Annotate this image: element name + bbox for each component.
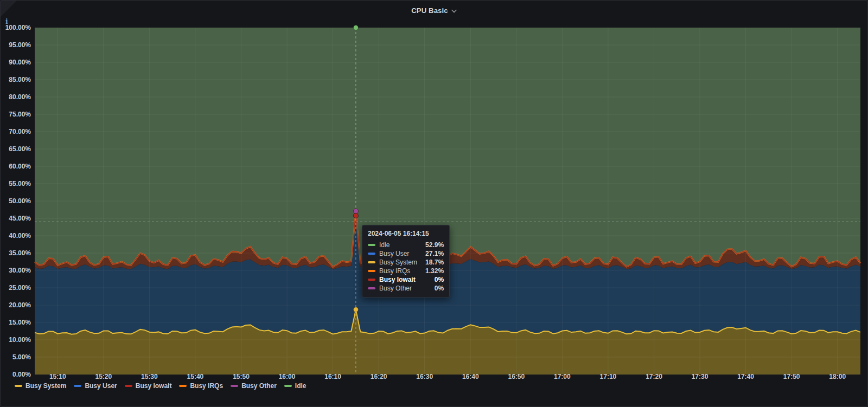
- y-tick-label: 55.00%: [1, 179, 31, 188]
- tooltip-series-name: Busy User: [379, 250, 422, 257]
- x-tick-label: 16:10: [316, 373, 350, 380]
- x-tick-label: 17:50: [774, 373, 809, 380]
- legend-label: Busy Iowait: [136, 382, 172, 390]
- y-tick-label: 65.00%: [1, 145, 31, 153]
- tooltip-series-value: 0%: [435, 276, 444, 283]
- x-tick-label: 17:20: [637, 373, 672, 380]
- y-tick-label: 5.00%: [1, 353, 31, 361]
- x-tick-label: 15:20: [86, 373, 121, 380]
- tooltip-series-name: Busy System: [379, 259, 422, 266]
- tooltip-timestamp: 2024-06-05 16:14:15: [368, 230, 444, 237]
- legend-label: Busy User: [85, 382, 117, 390]
- hover-point-busy-system: [353, 307, 358, 312]
- x-tick-label: 18:00: [820, 373, 855, 380]
- tooltip-row-idle: Idle52.9%: [368, 241, 444, 249]
- tooltip-row-busy-irqs: Busy IRQs1.32%: [368, 267, 444, 275]
- grafana-panel: i CPU Basic 100.00%95.00%90.00%85.00%80.…: [0, 0, 868, 407]
- legend-item-idle[interactable]: Idle: [284, 382, 307, 390]
- legend-label: Idle: [295, 382, 307, 390]
- y-tick-label: 30.00%: [1, 266, 31, 275]
- panel-title: CPU Basic: [411, 7, 448, 15]
- series-color-swatch-icon: [179, 385, 187, 387]
- tooltip-series-value: 52.9%: [425, 241, 444, 249]
- hover-point-idle: [353, 25, 358, 30]
- y-tick-label: 90.00%: [1, 58, 31, 67]
- legend-label: Busy System: [25, 382, 66, 390]
- y-tick-label: 95.00%: [1, 41, 31, 49]
- x-tick-label: 17:30: [682, 373, 717, 380]
- panel-header[interactable]: CPU Basic: [1, 1, 867, 20]
- tooltip-series-name: Busy Iowait: [379, 276, 431, 283]
- series-color-swatch-icon: [368, 270, 375, 272]
- series-color-swatch-icon: [74, 385, 81, 387]
- y-tick-label: 0.00%: [1, 370, 31, 379]
- legend-item-busy-irqs[interactable]: Busy IRQs: [179, 382, 223, 390]
- legend-item-busy-system[interactable]: Busy System: [15, 382, 66, 390]
- x-tick-label: 16:40: [453, 373, 488, 380]
- legend-label: Busy Other: [241, 382, 277, 390]
- series-color-swatch-icon: [125, 385, 132, 387]
- tooltip-series-name: Idle: [379, 241, 422, 249]
- series-color-swatch-icon: [368, 279, 375, 281]
- y-tick-label: 20.00%: [1, 301, 31, 309]
- x-tick-label: 15:30: [132, 373, 167, 380]
- x-tick-label: 15:40: [178, 373, 213, 380]
- y-tick-label: 85.00%: [1, 75, 31, 84]
- legend-item-busy-user[interactable]: Busy User: [74, 382, 117, 390]
- hover-tooltip: 2024-06-05 16:14:15 Idle52.9%Busy User27…: [362, 225, 450, 298]
- x-tick-label: 16:20: [361, 373, 396, 380]
- cpu-chart-plot[interactable]: [35, 28, 860, 374]
- x-tick-label: 15:50: [224, 373, 259, 380]
- y-tick-label: 10.00%: [1, 335, 31, 344]
- series-color-swatch-icon: [15, 385, 22, 387]
- tooltip-row-busy-iowait: Busy Iowait0%: [368, 275, 444, 284]
- y-tick-label: 50.00%: [1, 197, 31, 205]
- x-tick-label: 17:10: [591, 373, 626, 380]
- y-tick-label: 80.00%: [1, 93, 31, 101]
- hover-point-busy-other: [353, 209, 358, 214]
- y-tick-label: 100.00%: [1, 23, 31, 32]
- series-color-swatch-icon: [368, 244, 375, 246]
- x-tick-label: 16:30: [407, 373, 442, 380]
- y-tick-label: 70.00%: [1, 127, 31, 136]
- tooltip-series-value: 18.7%: [425, 259, 444, 266]
- series-color-swatch-icon: [368, 253, 375, 255]
- grid: [35, 28, 860, 374]
- series-color-swatch-icon: [368, 261, 375, 263]
- y-tick-label: 75.00%: [1, 110, 31, 119]
- tooltip-row-busy-other: Busy Other0%: [368, 284, 444, 293]
- tooltip-series-value: 27.1%: [425, 250, 444, 257]
- series-color-swatch-icon: [231, 385, 238, 387]
- legend: Busy SystemBusy UserBusy IowaitBusy IRQs…: [15, 381, 306, 391]
- legend-item-busy-iowait[interactable]: Busy Iowait: [125, 382, 172, 390]
- y-tick-label: 45.00%: [1, 214, 31, 223]
- x-tick-label: 17:40: [729, 373, 763, 380]
- y-tick-label: 40.00%: [1, 231, 31, 240]
- tooltip-row-busy-system: Busy System18.7%: [368, 258, 444, 267]
- x-tick-label: 16:00: [270, 373, 304, 380]
- y-tick-label: 25.00%: [1, 283, 31, 292]
- x-tick-label: 17:00: [545, 373, 579, 380]
- x-tick-label: 15:10: [40, 373, 75, 380]
- y-tick-label: 15.00%: [1, 318, 31, 327]
- tooltip-series-name: Busy IRQs: [379, 267, 422, 275]
- y-tick-label: 60.00%: [1, 162, 31, 171]
- legend-item-busy-other[interactable]: Busy Other: [231, 382, 277, 390]
- legend-label: Busy IRQs: [190, 382, 223, 390]
- series-color-swatch-icon: [368, 287, 375, 289]
- chevron-down-icon: [451, 9, 457, 13]
- y-tick-label: 35.00%: [1, 249, 31, 257]
- tooltip-series-value: 1.32%: [425, 267, 444, 275]
- hover-point-busy-iowait: [353, 213, 358, 218]
- series-color-swatch-icon: [284, 385, 292, 387]
- x-tick-label: 16:50: [499, 373, 534, 380]
- tooltip-series-value: 0%: [435, 285, 444, 292]
- tooltip-row-busy-user: Busy User27.1%: [368, 249, 444, 258]
- tooltip-series-name: Busy Other: [379, 285, 431, 292]
